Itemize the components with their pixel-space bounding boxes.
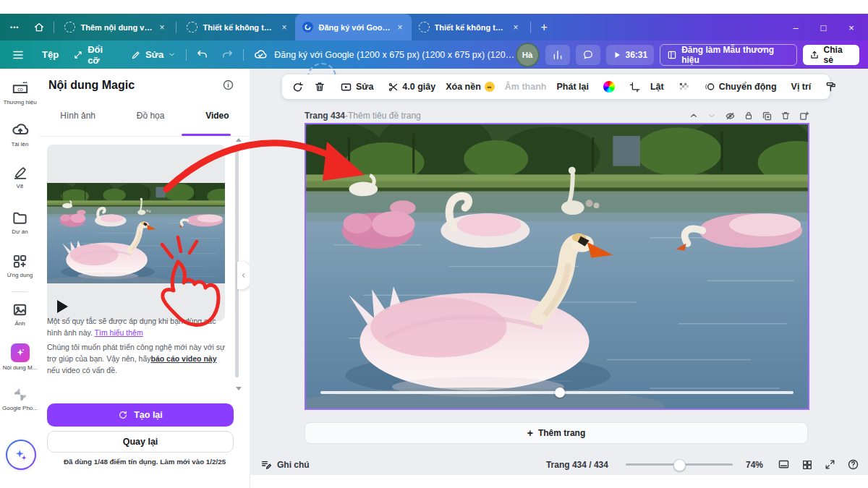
- upload-cloud-icon: [12, 121, 29, 139]
- browser-tab-1[interactable]: Thêm nội dung và... ×: [57, 14, 173, 40]
- tab-close-icon[interactable]: ×: [512, 22, 520, 33]
- rail-item-magic-media[interactable]: Nội dung M...: [0, 343, 40, 371]
- fullscreen-icon[interactable]: [825, 459, 835, 470]
- insights-button[interactable]: [545, 45, 570, 65]
- present-timer-button[interactable]: 36:31: [606, 45, 655, 65]
- playback-button[interactable]: Phát lại: [551, 82, 593, 92]
- file-menu[interactable]: Tệp: [35, 49, 66, 60]
- pencil-icon: [131, 50, 141, 60]
- brand-template-button[interactable]: Đăng làm Mẫu thương hiệu: [660, 44, 796, 66]
- rail-item-google-photos[interactable]: Google Pho...: [0, 387, 40, 411]
- loading-favicon: [419, 22, 430, 33]
- magic-content-panel: Nội dung Magic Hình ảnh Đồ họa Video Một…: [40, 69, 250, 488]
- playback-label: Phát lại: [556, 82, 588, 92]
- tab-close-icon[interactable]: ×: [280, 22, 288, 33]
- tab-close-icon[interactable]: ×: [396, 22, 404, 33]
- trim-duration-button[interactable]: 4.0 giây: [383, 82, 441, 93]
- legal-text-1: Một số quy tắc sẽ được áp dụng khi bạn d…: [47, 316, 229, 339]
- browser-tab-2[interactable]: Thiết kế không tên... ×: [179, 14, 295, 40]
- play-icon[interactable]: [57, 300, 68, 313]
- report-video-link[interactable]: báo cáo video này: [150, 354, 216, 363]
- redo-icon[interactable]: [215, 48, 240, 61]
- move-page-up-icon[interactable]: [689, 111, 699, 121]
- restore-button[interactable]: □: [812, 22, 836, 33]
- panel-title: Nội dung Magic: [48, 79, 135, 92]
- info-icon[interactable]: [222, 79, 234, 91]
- rail-item-uploads[interactable]: Tải lên: [0, 121, 40, 147]
- regenerate-button[interactable]: Tạo lại: [47, 403, 234, 427]
- tab-close-icon[interactable]: ×: [158, 22, 166, 33]
- regenerate-icon[interactable]: [286, 81, 309, 93]
- rail-item-projects[interactable]: Dự án: [0, 210, 40, 235]
- scroll-down-icon[interactable]: [236, 387, 242, 390]
- tabs-divider: [40, 136, 250, 137]
- grid-view-icon[interactable]: [801, 459, 813, 471]
- video-progress-bar[interactable]: [320, 391, 793, 394]
- learn-more-link[interactable]: Tìm hiểu thêm: [95, 328, 143, 337]
- delete-page-icon[interactable]: [780, 111, 791, 121]
- page-actions: [689, 111, 809, 121]
- panel-collapse-button[interactable]: [237, 262, 250, 289]
- transparency-icon[interactable]: [673, 82, 694, 93]
- rail-item-brand[interactable]: co Thương hiệu: [0, 78, 40, 106]
- edit-video-button[interactable]: Sửa: [335, 81, 378, 93]
- scissors-icon: [388, 82, 399, 93]
- paint-roller-icon[interactable]: [820, 81, 842, 93]
- page-title-placeholder[interactable]: Thêm tiêu đề trang: [348, 111, 421, 121]
- pages-view-icon[interactable]: [778, 458, 790, 471]
- resize-label: Đổi cỡ: [88, 44, 116, 66]
- position-button[interactable]: Vị trí: [786, 82, 817, 92]
- lock-page-icon[interactable]: [744, 111, 754, 121]
- chevron-down-icon: [168, 51, 176, 59]
- color-button[interactable]: [598, 81, 620, 93]
- delete-icon[interactable]: [309, 81, 331, 93]
- video-edit-icon: [340, 81, 352, 93]
- video-progress-knob[interactable]: [555, 388, 565, 398]
- rail-item-draw[interactable]: Vẽ: [0, 165, 40, 189]
- browser-tab-4[interactable]: Thiết kế không tên... ×: [412, 14, 527, 40]
- cloud-saved-icon[interactable]: [247, 48, 274, 61]
- back-label: Quay lại: [123, 437, 158, 447]
- design-title[interactable]: Đăng ký với Google (868 x 488 px) (1200…: [274, 50, 515, 60]
- back-button[interactable]: Quay lại: [47, 431, 234, 453]
- notes-label: Ghi chú: [277, 460, 310, 470]
- rail-item-apps[interactable]: Ứng dụng: [0, 253, 40, 278]
- remove-background-button[interactable]: Xóa nền: [441, 82, 500, 92]
- flip-button[interactable]: Lật: [645, 82, 669, 92]
- magic-media-icon: [11, 343, 30, 362]
- design-page[interactable]: [305, 123, 809, 410]
- browser-menu-icon[interactable]: •••: [0, 24, 27, 31]
- tab-graphics[interactable]: Đồ họa: [137, 111, 165, 121]
- edit-menu[interactable]: Sửa: [124, 49, 183, 60]
- close-button[interactable]: ×: [839, 22, 864, 33]
- help-icon[interactable]: [847, 458, 859, 471]
- tab-video[interactable]: Video: [205, 111, 229, 121]
- browser-tab-3-active[interactable]: Đăng ký với Googl... ×: [295, 14, 411, 40]
- share-button[interactable]: Chia sẻ: [803, 45, 859, 65]
- comment-button[interactable]: [576, 45, 600, 65]
- undo-icon[interactable]: [190, 48, 215, 61]
- crop-icon[interactable]: [624, 82, 645, 93]
- tab-images[interactable]: Hình ảnh: [60, 111, 95, 121]
- hamburger-menu-icon[interactable]: [0, 48, 35, 61]
- hide-page-icon[interactable]: [725, 111, 736, 121]
- minimize-button[interactable]: –: [783, 22, 808, 33]
- ai-assistant-button[interactable]: [6, 440, 36, 470]
- video-element[interactable]: [306, 124, 808, 408]
- scroll-up-icon[interactable]: [236, 138, 242, 142]
- add-page-button[interactable]: + Thêm trang: [305, 422, 808, 444]
- rail-item-photos[interactable]: Ảnh: [0, 301, 40, 327]
- animate-button[interactable]: Chuyển động: [699, 81, 782, 93]
- status-bar: Ghi chú Trang 434 / 434 74%: [250, 454, 868, 475]
- resize-button[interactable]: Đổi cỡ: [66, 44, 124, 66]
- notes-button[interactable]: Ghi chú: [255, 459, 315, 471]
- panel-scrollbar[interactable]: [235, 145, 239, 377]
- zoom-slider[interactable]: [626, 463, 733, 466]
- zoom-slider-thumb[interactable]: [673, 459, 686, 471]
- generated-video-card[interactable]: [47, 145, 225, 321]
- avatar[interactable]: Hà: [516, 43, 540, 67]
- new-tab-button[interactable]: +: [534, 21, 555, 34]
- home-icon[interactable]: [27, 22, 51, 33]
- duplicate-page-icon[interactable]: [762, 111, 773, 121]
- add-page-icon[interactable]: [799, 111, 809, 121]
